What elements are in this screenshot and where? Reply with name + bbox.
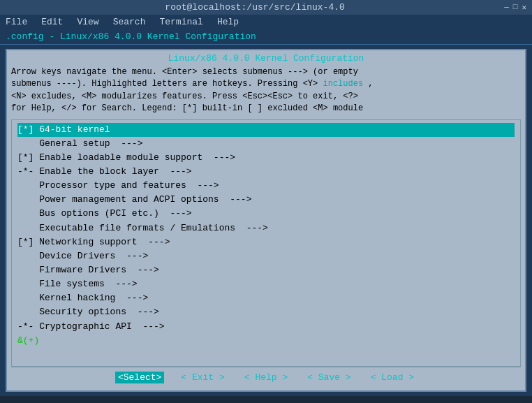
minimize-button[interactable]: — <box>504 3 509 12</box>
menu-item-firmware[interactable]: Firmware Drivers ---> <box>17 263 515 277</box>
menu-bar: File Edit View Search Terminal Help <box>0 15 532 29</box>
exit-button[interactable]: < Exit > <box>178 372 227 383</box>
menu-item-loadable[interactable]: [*] Enable loadable module support ---> <box>17 151 515 165</box>
menu-item-exec[interactable]: Executable file formats / Emulations ---… <box>17 221 515 235</box>
help-line-4: for Help, </> for Search. Legend: [*] bu… <box>11 103 521 115</box>
window-controls[interactable]: — □ ✕ <box>504 3 526 12</box>
menu-view[interactable]: View <box>74 16 101 28</box>
button-bar: <Select> < Exit > < Help > < Save > < Lo… <box>11 367 521 388</box>
help-line-2: submenus ----). Highlighted letters are … <box>11 78 521 90</box>
title-bar: root@localhost:/usr/src/linux-4.0 — □ ✕ <box>0 0 532 15</box>
help-line-1: Arrow keys navigate the menu. <Enter> se… <box>11 66 521 78</box>
help-button[interactable]: < Help > <box>242 372 290 383</box>
menu-item-block[interactable]: -*- Enable the block layer ---> <box>17 165 515 179</box>
main-area: Linux/x86 4.0.0 Kernel Configuration Arr… <box>0 45 532 396</box>
menu-item-drivers[interactable]: Device Drivers ---> <box>17 249 515 263</box>
menu-item-general[interactable]: General setup ---> <box>17 137 515 151</box>
menu-item-kernel-hacking[interactable]: Kernel hacking ---> <box>17 291 515 305</box>
menu-item-filesystems[interactable]: File systems ---> <box>17 277 515 291</box>
select-button[interactable]: <Select> <box>115 372 164 383</box>
more-indicator: &(+) <box>17 335 515 346</box>
kconfig-title: Linux/x86 4.0.0 Kernel Configuration <box>11 53 521 64</box>
kconfig-box: Linux/x86 4.0.0 Kernel Configuration Arr… <box>6 49 526 392</box>
menu-item-64bit[interactable]: [*] 64-bit kernel <box>17 123 515 137</box>
label-64bit: 64-bit kernel <box>39 124 110 135</box>
help-line-3: <N> excludes, <M> modularizes features. … <box>11 91 521 103</box>
menu-item-power[interactable]: Power management and ACPI options ---> <box>17 193 515 207</box>
kconfig-help: Arrow keys navigate the menu. <Enter> se… <box>11 66 521 115</box>
menu-item-networking[interactable]: [*] Networking support ---> <box>17 235 515 249</box>
menu-item-crypto[interactable]: -*- Cryptographic API ---> <box>17 320 515 334</box>
menu-item-processor[interactable]: Processor type and features ---> <box>17 179 515 193</box>
config-tab: .config - Linux/x86 4.0.0 Kernel Configu… <box>0 29 532 45</box>
menu-terminal[interactable]: Terminal <box>156 16 205 28</box>
menu-search[interactable]: Search <box>110 16 149 28</box>
close-button[interactable]: ✕ <box>522 3 526 12</box>
save-button[interactable]: < Save > <box>304 372 353 383</box>
menu-list-box[interactable]: [*] 64-bit kernel General setup ---> [*]… <box>11 119 521 367</box>
menu-edit[interactable]: Edit <box>38 16 66 28</box>
maximize-button[interactable]: □ <box>513 3 518 12</box>
menu-file[interactable]: File <box>3 16 30 28</box>
prefix-64bit: [*] <box>17 124 39 135</box>
window-title: root@localhost:/usr/src/linux-4.0 <box>6 2 504 13</box>
load-button[interactable]: < Load > <box>368 372 417 383</box>
includes-highlight: includes <box>323 79 363 89</box>
menu-item-security[interactable]: Security options ---> <box>17 305 515 319</box>
menu-item-bus[interactable]: Bus options (PCI etc.) ---> <box>17 207 515 221</box>
menu-help[interactable]: Help <box>214 16 242 28</box>
